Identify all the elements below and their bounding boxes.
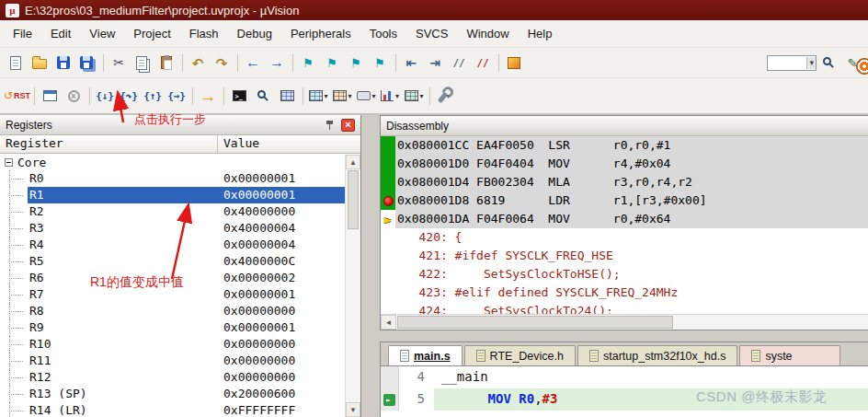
editor-line[interactable]: 4 __main: [381, 366, 868, 388]
disassembly-line[interactable]: 422: SetSysClockToHSE();: [381, 265, 868, 284]
breakpoint-margin[interactable]: [381, 228, 395, 247]
breakpoint-margin[interactable]: [381, 284, 395, 302]
register-row[interactable]: R2 0x40000000: [0, 203, 345, 220]
tab-rte-device-h[interactable]: RTE_Device.h: [464, 345, 576, 365]
menu-view[interactable]: View: [80, 23, 124, 44]
tab-system[interactable]: syste: [739, 345, 840, 365]
system-viewer-button[interactable]: [402, 84, 426, 108]
step-into-button[interactable]: {↓}: [93, 84, 117, 108]
save-button[interactable]: [51, 51, 75, 75]
disassembly-line[interactable]: 420: {: [381, 228, 868, 247]
register-row[interactable]: R13 (SP) 0x20000600: [0, 386, 345, 402]
breakpoint-margin[interactable]: [381, 155, 395, 173]
register-row[interactable]: R3 0x40000004: [0, 220, 345, 237]
column-register[interactable]: Register: [0, 135, 218, 153]
run-to-cursor-button[interactable]: {→}: [165, 84, 188, 108]
register-row[interactable]: R10 0x00000000: [0, 336, 345, 353]
scrollbar-thumb[interactable]: [348, 170, 359, 229]
save-all-button[interactable]: [75, 51, 99, 75]
serial-window-button[interactable]: [354, 84, 378, 108]
titlebar[interactable]: E:\32pros\03_mediumFilter\project.uvproj…: [0, 0, 868, 20]
register-row[interactable]: R8 0x00000000: [0, 303, 345, 319]
registers-scrollbar[interactable]: ▲ ▼: [345, 155, 360, 417]
uncomment-button[interactable]: //: [471, 51, 495, 75]
scrollbar-thumb[interactable]: [397, 316, 673, 329]
breakpoint-margin[interactable]: [381, 210, 395, 228]
find-in-files-button[interactable]: [817, 51, 840, 75]
register-row[interactable]: R5 0x4000000C: [0, 253, 345, 270]
breakpoint-margin[interactable]: [381, 247, 395, 265]
menu-flash[interactable]: Flash: [180, 23, 228, 44]
clear-bookmarks-button[interactable]: ⚑: [368, 51, 392, 75]
register-row[interactable]: R9 0x00000001: [0, 319, 345, 336]
navigate-forward-button[interactable]: →: [265, 51, 289, 75]
outdent-button[interactable]: ⇤: [399, 51, 423, 75]
memory-window-button[interactable]: [330, 84, 354, 108]
close-icon[interactable]: [341, 119, 355, 132]
disassembly-line[interactable]: 0x080001DA F04F0064 MOV r0,#0x64: [381, 210, 868, 228]
open-file-button[interactable]: [28, 51, 51, 75]
scroll-left-icon[interactable]: ◄: [381, 315, 396, 330]
disassembly-window-button[interactable]: [251, 84, 275, 108]
menu-help[interactable]: Help: [519, 23, 562, 44]
menu-file[interactable]: File: [4, 23, 41, 44]
menu-project[interactable]: Project: [124, 23, 179, 44]
disassembly-line[interactable]: 0x080001D0 F04F0404 MOV r4,#0x04: [381, 155, 868, 173]
menu-svcs[interactable]: SVCS: [406, 23, 457, 44]
menu-peripherals[interactable]: Peripherals: [281, 23, 360, 44]
disassembly-line[interactable]: 424: SetSysClockTo24();: [381, 302, 868, 314]
undo-button[interactable]: ↶: [186, 51, 210, 75]
copy-button[interactable]: [131, 51, 154, 75]
menu-window[interactable]: Window: [457, 23, 518, 44]
code-line[interactable]: __main: [434, 366, 868, 388]
pin-icon[interactable]: [324, 119, 336, 131]
editor-margin[interactable]: [381, 366, 399, 388]
menu-debug[interactable]: Debug: [228, 23, 281, 44]
navigate-back-button[interactable]: ←: [241, 51, 265, 75]
breakpoint-margin[interactable]: [381, 173, 395, 191]
watch-window-button[interactable]: [306, 84, 330, 108]
configuration-wizard-button[interactable]: [502, 51, 526, 75]
scroll-down-icon[interactable]: ▼: [346, 402, 360, 417]
menu-tools[interactable]: Tools: [360, 23, 406, 44]
step-out-button[interactable]: {↑}: [141, 84, 165, 108]
disassembly-line[interactable]: 0x080001D4 FB002304 MLA r3,r0,r4,r2: [381, 173, 868, 191]
breakpoint-margin[interactable]: [381, 265, 395, 284]
scroll-up-icon[interactable]: ▲: [346, 155, 360, 169]
paste-button[interactable]: [154, 51, 178, 75]
editor-margin[interactable]: [381, 388, 399, 411]
register-row[interactable]: R12 0x00000000: [0, 369, 345, 386]
cut-button[interactable]: ✂: [107, 51, 131, 75]
reset-button[interactable]: RST: [4, 84, 30, 108]
panel-splitter[interactable]: [361, 115, 380, 417]
register-row[interactable]: R11 0x00000000: [0, 353, 345, 369]
command-window-button[interactable]: [227, 84, 251, 108]
register-row[interactable]: R1 0x00000001: [0, 187, 345, 203]
disassembly-line[interactable]: 423: #elif defined SYSCLK_FREQ_24MHz: [381, 284, 868, 302]
step-over-button[interactable]: {↷}: [117, 84, 141, 108]
new-file-button[interactable]: [4, 51, 28, 75]
disassembly-line[interactable]: 421: #ifdef SYSCLK_FREQ_HSE: [381, 247, 868, 265]
next-bookmark-button[interactable]: ⚑: [344, 51, 368, 75]
comment-button[interactable]: //: [447, 51, 471, 75]
indent-button[interactable]: ⇥: [423, 51, 447, 75]
symbol-window-button[interactable]: [275, 84, 299, 108]
menu-edit[interactable]: Edit: [41, 23, 80, 44]
breakpoint-margin[interactable]: [381, 136, 395, 155]
breakpoint-margin[interactable]: [381, 302, 395, 314]
disassembly-hscrollbar[interactable]: ◄: [381, 314, 868, 330]
breakpoint-margin[interactable]: [381, 191, 395, 210]
register-row[interactable]: R14 (LR) 0xFFFFFFFF: [0, 402, 345, 417]
horizontal-splitter[interactable]: [380, 330, 868, 342]
column-value[interactable]: Value: [218, 135, 360, 153]
register-row[interactable]: R0 0x00000001: [0, 170, 345, 187]
disassembly-line[interactable]: 0x080001D8 6819 LDR r1,[r3,#0x00]: [381, 191, 868, 210]
toolbox-button[interactable]: [433, 84, 457, 108]
tab-main-s[interactable]: main.s: [388, 345, 463, 365]
stop-button[interactable]: [62, 84, 86, 108]
run-button[interactable]: →: [196, 84, 220, 108]
tab-startup-stm32f10x[interactable]: startup_stm32f10x_hd.s: [577, 345, 737, 365]
prev-bookmark-button[interactable]: ⚑: [320, 51, 344, 75]
register-row[interactable]: R4 0x00000004: [0, 237, 345, 253]
analysis-window-button[interactable]: [378, 84, 402, 108]
